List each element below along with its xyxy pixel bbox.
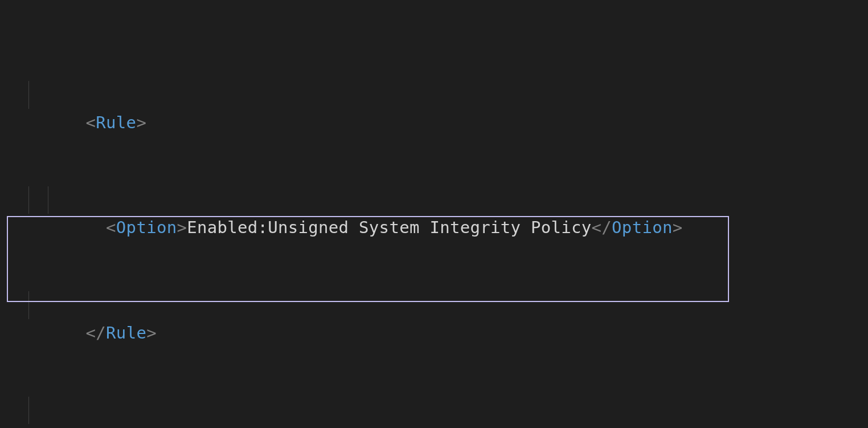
indent-guide xyxy=(28,186,29,214)
code-line: <Rule> xyxy=(0,397,868,425)
xml-tag-rule-open: Rule xyxy=(96,113,136,132)
indent-guide xyxy=(48,186,48,214)
xml-tag-option: Option xyxy=(116,218,177,237)
code-editor[interactable]: <Rule> <Option>Enabled:Unsigned System I… xyxy=(0,0,868,428)
code-line: <Option>Enabled:Unsigned System Integrit… xyxy=(0,186,868,214)
indent-guide xyxy=(28,291,29,319)
xml-tag-option-close: Option xyxy=(612,218,673,237)
code-line: <Rule> xyxy=(0,81,868,109)
option-value: Enabled:Unsigned System Integrity Policy xyxy=(187,218,591,237)
indent-guide xyxy=(28,397,29,425)
indent-guide xyxy=(28,81,29,109)
code-line: </Rule> xyxy=(0,291,868,319)
xml-tag-rule-close: Rule xyxy=(106,323,146,343)
